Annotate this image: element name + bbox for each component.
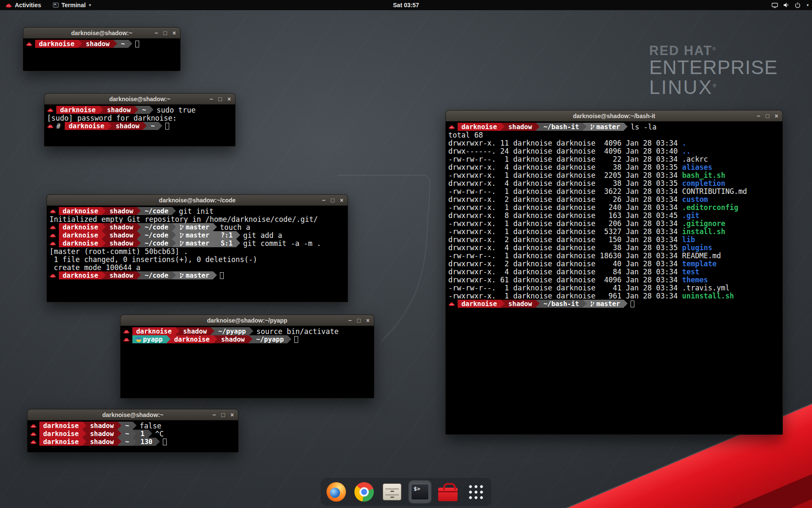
close-button[interactable]: ×	[775, 113, 778, 119]
powerline-arrow	[172, 207, 176, 215]
terminal-line: darknoiseshadow~1^C	[30, 430, 236, 438]
terminal-content[interactable]: darknoiseshadow~	[23, 39, 180, 71]
terminal-line: darknoiseshadow~/bash-itmaster	[448, 300, 780, 308]
app-menu-terminal[interactable]: Terminal ▾	[48, 0, 96, 10]
terminal-text: bash_it.sh	[682, 171, 725, 179]
terminal-content[interactable]: darknoiseshadow~/codegit initInitialized…	[47, 206, 348, 302]
branch-icon	[180, 240, 184, 246]
powerline-arrow	[213, 231, 217, 239]
terminal-line: drwxrwxr-x. 2 darknoise darknoise 40 Jan…	[448, 260, 780, 268]
terminal-window-t4[interactable]: darknoise@shadow:~/pyapp−□×darknoiseshad…	[120, 315, 374, 398]
powerline-arrow	[137, 223, 141, 231]
terminal-icon: $>	[411, 483, 429, 500]
text-cursor	[163, 439, 167, 445]
redhat-prompt-icon	[47, 108, 55, 113]
minimize-button[interactable]: −	[757, 113, 760, 119]
maximize-button[interactable]: □	[163, 30, 167, 36]
terminal-content[interactable]: darknoiseshadow~falsedarknoiseshadow~1^C…	[27, 420, 238, 452]
minimize-button[interactable]: −	[209, 96, 213, 102]
terminal-line: drwxrwxr-x. 4 darknoise darknoise 84 Jan…	[448, 268, 780, 276]
terminal-text: -rwxrwxr-x. 1 darknoise darknoise 2205 J…	[448, 171, 682, 179]
window-titlebar[interactable]: darknoise@shadow:~−□×	[27, 409, 238, 420]
text-cursor	[165, 123, 169, 130]
maximize-button[interactable]: □	[357, 318, 360, 323]
terminal-text: drwxrwxr-x. 61 darknoise darknoise 4096 …	[448, 276, 682, 284]
chevron-down-icon: ▾	[89, 3, 91, 7]
terminal-text: -rwxrwxr-x. 1 darknoise darknoise 206 Ja…	[448, 219, 682, 228]
terminal-window-t5[interactable]: darknoise@shadow:~−□×darknoiseshadow~fal…	[27, 409, 239, 453]
minimize-button[interactable]: −	[154, 30, 158, 36]
terminal-window-t6[interactable]: darknoise@shadow:~/bash-it−□×darknoisesh…	[445, 110, 783, 435]
toolbox-dock-button[interactable]	[436, 480, 459, 503]
terminal-dock-button[interactable]: $>	[409, 480, 431, 503]
close-button[interactable]: ×	[366, 318, 370, 323]
powerline-arrow	[82, 438, 86, 446]
window-titlebar[interactable]: darknoise@shadow:~/pyapp−□×	[121, 315, 374, 326]
close-button[interactable]: ×	[340, 197, 343, 203]
terminal-text: git commit -a -m .	[243, 239, 321, 248]
redhat-prompt-icon	[30, 423, 38, 428]
prompt-segment-path: ~/code	[141, 239, 172, 247]
powerline-arrow	[133, 422, 137, 430]
maximize-button[interactable]: □	[221, 412, 225, 418]
close-button[interactable]: ×	[228, 96, 231, 102]
maximize-button[interactable]: □	[765, 113, 769, 119]
activities-button[interactable]: Activities	[0, 0, 46, 10]
window-controls: −□×	[322, 197, 348, 203]
terminal-text: ls -la	[631, 123, 656, 131]
prompt-segment-venv: pyapp	[132, 335, 167, 343]
close-button[interactable]: ×	[173, 30, 176, 36]
prompt-segment-path: ~/pyapp	[214, 327, 250, 335]
powerline-arrow	[583, 123, 587, 131]
terminal-line: darknoiseshadow~	[26, 40, 178, 48]
window-controls: −□×	[757, 113, 782, 119]
powerline-arrow	[536, 123, 540, 131]
maximize-button[interactable]: □	[218, 96, 222, 102]
terminal-text: drwxrwxr-x. 4 darknoise darknoise 38 Jan…	[448, 179, 682, 188]
prompt-segment-host: shadow	[103, 106, 134, 114]
minimize-button[interactable]: −	[212, 412, 216, 418]
powerline-arrow	[82, 422, 86, 430]
activities-label: Activities	[15, 2, 41, 8]
terminal-text: create mode 100644 a	[49, 263, 140, 272]
prompt-segment-host: shadow	[86, 430, 118, 438]
terminal-text: themes	[682, 276, 708, 284]
prompt-segment-host: shadow	[86, 438, 118, 446]
terminal-line: drwxrwxr-x. 11 darknoise darknoise 4096 …	[448, 139, 780, 147]
close-button[interactable]: ×	[230, 412, 234, 418]
window-titlebar[interactable]: darknoise@shadow:~−□×	[44, 94, 235, 105]
powerline-arrow	[156, 438, 160, 446]
terminal-content[interactable]: darknoiseshadow~/pyappsource bin/activat…	[121, 326, 374, 398]
window-title: darknoise@shadow:~/code	[47, 197, 348, 204]
minimize-button[interactable]: −	[348, 318, 351, 323]
window-titlebar[interactable]: darknoise@shadow:~/code−□×	[47, 195, 348, 206]
window-controls: −□×	[212, 412, 238, 418]
powerline-arrow	[624, 300, 628, 308]
system-status-area[interactable]: ▾	[771, 0, 809, 10]
clock[interactable]: Sat 03:57	[393, 2, 419, 8]
powerline-arrow	[137, 207, 141, 215]
terminal-line: pyappdarknoiseshadow~/pyapp	[123, 335, 371, 343]
terminal-window-t3[interactable]: darknoise@shadow:~/code−□×darknoiseshado…	[47, 194, 348, 302]
files-dock-button[interactable]	[381, 480, 403, 503]
branch-icon	[590, 301, 595, 307]
terminal-text: -rwxrwxr-x. 1 darknoise darknoise 5327 J…	[448, 227, 682, 236]
terminal-text: install.sh	[682, 227, 725, 236]
terminal-window-t1[interactable]: darknoise@shadow:~−□×darknoiseshadow~	[23, 27, 181, 71]
app-grid-dock-button[interactable]	[464, 480, 487, 503]
terminal-content[interactable]: darknoiseshadow~sudo true[sudo] password…	[44, 105, 235, 146]
powerline-arrow	[108, 122, 112, 130]
firefox-dock-button[interactable]	[325, 480, 348, 503]
terminal-line: total 68	[448, 131, 780, 139]
window-titlebar[interactable]: darknoise@shadow:~−□×	[23, 28, 180, 39]
powerline-arrow	[536, 300, 540, 308]
terminal-text: drwxrwxr-x. 2 darknoise darknoise 150 Ja…	[448, 235, 682, 244]
terminal-window-t2[interactable]: darknoise@shadow:~−□×darknoiseshadow~sud…	[44, 93, 236, 146]
dock: $>	[321, 478, 491, 506]
terminal-content[interactable]: darknoiseshadow~/bash-itmasterls -latota…	[446, 121, 782, 434]
powerline-arrow	[118, 430, 121, 438]
window-titlebar[interactable]: darknoise@shadow:~/bash-it−□×	[446, 110, 782, 121]
chrome-dock-button[interactable]	[353, 480, 376, 503]
maximize-button[interactable]: □	[331, 197, 334, 203]
minimize-button[interactable]: −	[322, 197, 325, 203]
